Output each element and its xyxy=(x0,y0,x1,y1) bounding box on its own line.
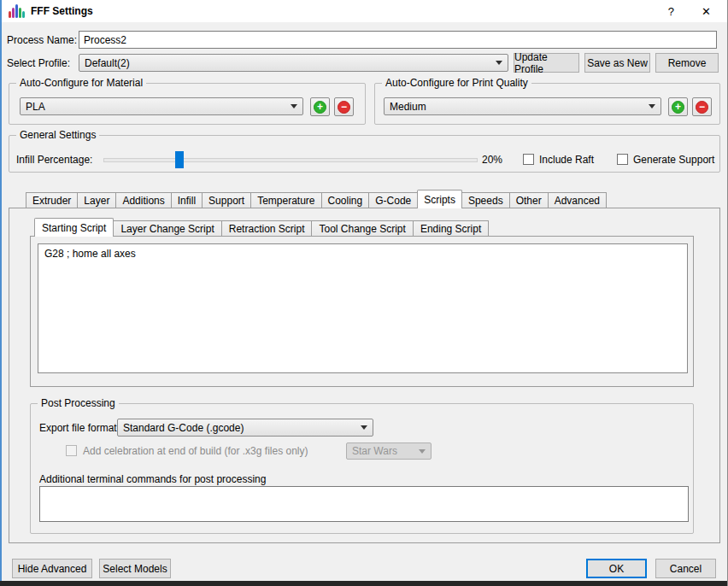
include-raft-checkbox[interactable] xyxy=(523,154,534,165)
quality-group-title: Auto-Configure for Print Quality xyxy=(382,77,531,89)
starting-script-textarea[interactable]: G28 ; home all axes xyxy=(38,243,688,373)
tab-other[interactable]: Other xyxy=(509,192,549,208)
tab-additions[interactable]: Additions xyxy=(115,192,171,208)
export-format-value: Standard G-Code (.gcode) xyxy=(123,422,356,434)
dropdown-arrow-icon xyxy=(649,104,655,108)
remove-icon: − xyxy=(696,101,708,114)
add-icon: + xyxy=(314,101,326,114)
infill-slider-handle[interactable] xyxy=(175,151,184,168)
subtab-layer-change-script[interactable]: Layer Change Script xyxy=(113,220,221,236)
infill-percentage-label: Infill Percentage: xyxy=(16,154,92,166)
help-button[interactable]: ? xyxy=(668,5,674,18)
material-group: Auto-Configure for Material PLA + − xyxy=(9,83,366,125)
scripts-sub-tab-bar: Starting Script Layer Change Script Retr… xyxy=(34,220,489,236)
tab-speeds[interactable]: Speeds xyxy=(461,192,510,208)
save-as-new-button[interactable]: Save as New xyxy=(584,53,650,73)
celebration-label: Add celebration at end of build (for .x3… xyxy=(83,445,308,457)
settings-tab-bar: Extruder Layer Additions Infill Support … xyxy=(26,191,607,208)
add-quality-button[interactable]: + xyxy=(668,97,688,116)
left-edge-strip xyxy=(0,0,2,586)
add-material-button[interactable]: + xyxy=(310,97,330,116)
quality-select[interactable]: Medium xyxy=(384,97,661,115)
window-title: FFF Settings xyxy=(31,5,93,17)
tab-temperature[interactable]: Temperature xyxy=(250,192,321,208)
subtab-tool-change-script[interactable]: Tool Change Script xyxy=(311,220,413,236)
subtab-retraction-script[interactable]: Retraction Script xyxy=(221,220,313,236)
infill-slider-track[interactable] xyxy=(103,158,478,162)
tab-infill[interactable]: Infill xyxy=(171,192,203,208)
material-group-title: Auto-Configure for Material xyxy=(16,77,146,89)
terminal-commands-input[interactable] xyxy=(39,486,689,522)
generate-support-checkbox[interactable] xyxy=(617,154,628,165)
export-format-select[interactable]: Standard G-Code (.gcode) xyxy=(117,419,373,437)
cancel-button[interactable]: Cancel xyxy=(655,559,716,578)
generate-support-label[interactable]: Generate Support xyxy=(633,154,714,166)
export-format-label: Export file format xyxy=(39,422,117,434)
remove-icon: − xyxy=(338,101,350,114)
tab-support[interactable]: Support xyxy=(202,192,251,208)
tab-gcode[interactable]: G-Code xyxy=(368,192,418,208)
process-name-label: Process Name: xyxy=(7,34,77,46)
general-settings-title: General Settings xyxy=(16,129,99,141)
tab-layer[interactable]: Layer xyxy=(77,192,116,208)
update-profile-button[interactable]: Update Profile xyxy=(514,53,579,73)
material-select-value: PLA xyxy=(26,101,286,113)
ok-button[interactable]: OK xyxy=(586,559,647,578)
dropdown-arrow-icon xyxy=(496,61,502,65)
tab-advanced[interactable]: Advanced xyxy=(548,192,607,208)
fff-settings-dialog: FFF Settings ? ✕ Process Name: Select Pr… xyxy=(0,0,728,586)
tab-scripts[interactable]: Scripts xyxy=(417,190,462,208)
simplify3d-logo-icon xyxy=(9,4,25,18)
select-profile-label: Select Profile: xyxy=(7,57,70,69)
select-models-button[interactable]: Select Models xyxy=(99,559,171,578)
celebration-checkbox[interactable] xyxy=(66,445,77,456)
material-select[interactable]: PLA xyxy=(20,97,303,115)
tab-cooling[interactable]: Cooling xyxy=(321,192,370,208)
bottom-edge-strip xyxy=(0,581,728,586)
include-raft-label[interactable]: Include Raft xyxy=(539,154,594,166)
remove-profile-button[interactable]: Remove xyxy=(655,53,719,73)
celebration-select: Star Wars xyxy=(346,442,432,460)
quality-group: Auto-Configure for Print Quality Medium … xyxy=(374,83,720,125)
dropdown-arrow-icon xyxy=(419,449,426,454)
remove-quality-button[interactable]: − xyxy=(692,97,712,116)
quality-select-value: Medium xyxy=(390,101,644,113)
title-bar: FFF Settings ? ✕ xyxy=(0,0,728,22)
profile-select[interactable]: Default(2) xyxy=(79,54,508,72)
profile-select-value: Default(2) xyxy=(85,57,491,69)
add-icon: + xyxy=(672,101,684,114)
remove-material-button[interactable]: − xyxy=(334,97,354,116)
infill-percentage-value: 20% xyxy=(482,154,502,166)
dropdown-arrow-icon xyxy=(361,425,367,430)
post-processing-group: Post Processing Export file format Stand… xyxy=(30,403,694,534)
dropdown-arrow-icon xyxy=(291,104,297,108)
hide-advanced-button[interactable]: Hide Advanced xyxy=(12,559,92,578)
celebration-select-value: Star Wars xyxy=(352,445,414,457)
general-settings-group: General Settings Infill Percentage: 20% … xyxy=(9,135,720,173)
close-icon[interactable]: ✕ xyxy=(702,5,711,18)
subtab-starting-script[interactable]: Starting Script xyxy=(34,218,114,237)
subtab-ending-script[interactable]: Ending Script xyxy=(413,220,489,236)
terminal-commands-label: Additional terminal commands for post pr… xyxy=(39,473,266,485)
process-name-input[interactable] xyxy=(79,31,717,49)
post-processing-title: Post Processing xyxy=(38,397,119,409)
tab-extruder[interactable]: Extruder xyxy=(26,192,78,208)
